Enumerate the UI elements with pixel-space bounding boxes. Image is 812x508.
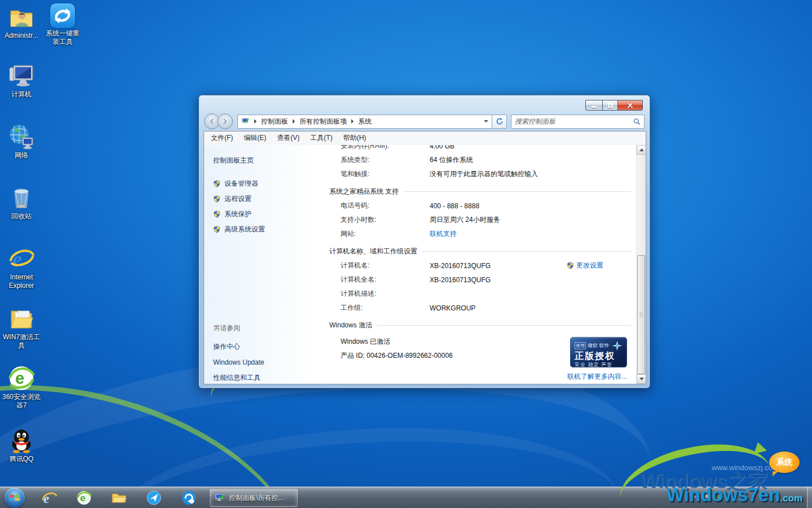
- search-input[interactable]: [515, 117, 633, 125]
- sidebar-item-windows-update[interactable]: Windows Update: [213, 355, 264, 370]
- badge-tag: 使用: [575, 342, 586, 349]
- scroll-down-button[interactable]: [637, 374, 646, 384]
- learn-more-online-link[interactable]: 联机了解更多内容...: [567, 372, 627, 382]
- info-label: 工作组:: [341, 303, 430, 313]
- compass-browser-icon: [146, 490, 162, 506]
- desktop-icon-computer[interactable]: 计算机: [0, 62, 43, 99]
- info-row-website: 网站: 联机支持: [329, 227, 636, 241]
- breadcrumb-dropdown-icon[interactable]: [484, 120, 488, 122]
- desktop-icon-reinstall-tool[interactable]: 系统一键重装工具: [43, 3, 82, 46]
- info-row-computer-name: 计算机名: XB-20160713QUFG 更改设置: [329, 259, 636, 273]
- section-computer-name: 计算机名称、域和工作组设置: [329, 247, 632, 256]
- desktop-icon-administrator[interactable]: Administr...: [0, 3, 43, 40]
- security-check-icon[interactable]: [717, 494, 725, 501]
- desktop-icon-label: Internet Explorer: [0, 273, 43, 290]
- user-folder-icon: [8, 3, 35, 30]
- badge-line2: 正版授权: [575, 351, 623, 361]
- desktop-icon-internet-explorer[interactable]: e Internet Explorer: [0, 245, 43, 290]
- maximize-button[interactable]: [602, 100, 618, 111]
- sidebar-item-remote-settings[interactable]: 远程设置: [204, 191, 317, 207]
- taskbar-browser-compass[interactable]: [145, 490, 162, 506]
- network-icon[interactable]: [731, 494, 739, 501]
- scroll-down-icon: [639, 378, 644, 380]
- minimize-button[interactable]: [585, 100, 602, 111]
- close-button[interactable]: [618, 100, 643, 111]
- svg-text:e: e: [80, 493, 85, 503]
- menu-bar: 文件(F) 编辑(E) 查看(V) 工具(T) 帮助(H): [204, 132, 646, 144]
- genuine-software-badge[interactable]: 使用 微软 软件 正版授权 安全 稳定 声誉: [570, 337, 627, 367]
- window-titlebar[interactable]: [199, 95, 650, 112]
- search-icon: [633, 118, 641, 125]
- tray-expand-icon[interactable]: [691, 494, 696, 500]
- qq-penguin-icon: [8, 427, 35, 454]
- info-label: 计算机名:: [341, 261, 430, 270]
- change-settings-link[interactable]: 更改设置: [576, 261, 603, 270]
- desktop-icon-360-browser[interactable]: e 360安全浏览器7: [0, 365, 43, 410]
- info-row-full-name: 计算机全名: XB-20160713QUFG: [329, 273, 636, 287]
- breadcrumb-item-control-panel[interactable]: 控制面板: [261, 117, 288, 126]
- reinstall-tool-icon: [50, 3, 75, 28]
- menu-help[interactable]: 帮助(H): [343, 133, 367, 143]
- info-label: 安装内存(RAM):: [341, 145, 430, 151]
- desktop-icon-recycle-bin[interactable]: 回收站: [0, 184, 43, 221]
- info-value: 4.00 GB: [430, 145, 454, 150]
- sidebar-item-performance-tools[interactable]: 性能信息和工具: [213, 370, 264, 384]
- action-center-flag-icon[interactable]: [703, 494, 710, 501]
- sidebar-item-system-protection[interactable]: 系统保护: [204, 207, 317, 222]
- window-content-panel: 文件(F) 编辑(E) 查看(V) 工具(T) 帮助(H) 控制面板主页 设备管…: [204, 131, 646, 384]
- badge-line3: 安全 稳定 声誉: [575, 361, 623, 367]
- desktop-icon-network[interactable]: 网络: [0, 123, 43, 160]
- taskbar-360-browser[interactable]: e: [76, 490, 92, 506]
- sidebar-item-action-center[interactable]: 操作中心: [213, 339, 264, 355]
- system-page-icon: [241, 117, 250, 125]
- sidebar-item-control-panel-home[interactable]: 控制面板主页: [204, 154, 317, 168]
- change-settings: 更改设置: [567, 261, 603, 270]
- uac-shield-icon: [567, 262, 574, 269]
- breadcrumb-item-all-items[interactable]: 所有控制面板项: [299, 117, 347, 126]
- sidebar-item-device-manager[interactable]: 设备管理器: [204, 176, 317, 191]
- 360-browser-icon: e: [76, 490, 92, 506]
- uac-shield-icon: [213, 195, 220, 203]
- taskbar: e e 控制面板\所有控...: [0, 487, 812, 508]
- breadcrumb-item-system[interactable]: 系统: [358, 117, 372, 126]
- info-label: 系统类型:: [341, 155, 430, 165]
- online-support-link[interactable]: 联机支持: [430, 229, 457, 239]
- desktop-icon-tencent-qq[interactable]: 腾讯QQ: [0, 427, 43, 463]
- watermark-green-arrowhead: [754, 442, 769, 457]
- refresh-button[interactable]: [492, 115, 507, 129]
- taskbar-internet-explorer[interactable]: e: [41, 490, 58, 506]
- scrollbar-grip: [639, 313, 643, 317]
- windows-flag-icon: [9, 493, 20, 503]
- recycle-bin-icon: [8, 184, 35, 211]
- menu-tools[interactable]: 工具(T): [310, 133, 332, 143]
- info-value: 没有可用于此显示器的笔或触控输入: [430, 169, 538, 179]
- internet-explorer-icon: e: [8, 245, 35, 272]
- scroll-up-button[interactable]: [637, 145, 646, 155]
- sidebar-item-advanced-settings[interactable]: 高级系统设置: [204, 222, 317, 237]
- info-row-system-type: 系统类型: 64 位操作系统: [329, 153, 636, 167]
- uac-shield-icon: [213, 226, 220, 233]
- sidebar-item-label: 远程设置: [224, 194, 251, 204]
- taskbar-active-window-button[interactable]: 控制面板\所有控...: [210, 489, 298, 507]
- active-task-label: 控制面板\所有控...: [229, 493, 284, 503]
- desktop-icon-win7-activation[interactable]: WIN7激活工具: [0, 305, 43, 350]
- vertical-scrollbar[interactable]: [636, 145, 646, 384]
- show-desktop-button[interactable]: [807, 487, 812, 508]
- see-also-header: 另请参阅: [213, 323, 264, 333]
- watermark-url: www.windowszj.com: [712, 463, 778, 472]
- menu-edit[interactable]: 编辑(E): [244, 133, 266, 143]
- taskbar-qq-browser[interactable]: [180, 490, 197, 506]
- menu-view[interactable]: 查看(V): [277, 133, 299, 143]
- window-caption-buttons: [585, 100, 643, 111]
- desktop-icon-label: WIN7激活工具: [0, 333, 43, 350]
- section-support: 系统之家精品系统 支持: [329, 187, 632, 196]
- desktop-icon-label: Administr...: [0, 32, 43, 40]
- scrollbar-thumb[interactable]: [637, 255, 645, 375]
- navigation-bar: 控制面板 所有控制面板项 系统: [199, 112, 650, 131]
- menu-file[interactable]: 文件(F): [211, 133, 233, 143]
- start-button[interactable]: [5, 488, 25, 508]
- forward-button[interactable]: [217, 113, 233, 129]
- breadcrumb: 控制面板 所有控制面板项 系统: [237, 115, 492, 129]
- taskbar-explorer[interactable]: [111, 490, 127, 506]
- section-title: Windows 激活: [329, 321, 372, 330]
